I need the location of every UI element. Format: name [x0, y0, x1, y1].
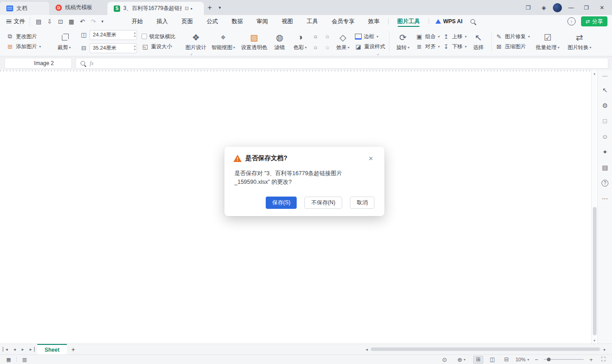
macro-record-icon[interactable]: ▦	[4, 356, 14, 364]
batch-process-button[interactable]: ☑ 批量处理▾	[534, 32, 562, 51]
size-group-launcher-icon[interactable]: ⌟	[190, 51, 192, 56]
menu-tools[interactable]: 工具	[300, 15, 325, 28]
cancel-button[interactable]: 取消	[350, 197, 374, 209]
move-up-button[interactable]: ↥ 上移 ▾	[443, 33, 467, 40]
more-tools-icon[interactable]: ⋯	[600, 193, 611, 204]
sheet-tab[interactable]: Sheet	[37, 344, 67, 354]
tab-list-dropdown[interactable]: ▾	[216, 0, 224, 15]
menu-page[interactable]: 页面	[175, 15, 200, 28]
lock-aspect-ratio-checkbox[interactable]: 锁定纵横比	[142, 33, 176, 40]
next-sheet-icon[interactable]: ▸	[19, 347, 26, 352]
save-icon[interactable]: ▤	[34, 17, 44, 26]
resources-icon[interactable]: ▤	[600, 162, 611, 173]
share-button[interactable]: ⇄ 分享	[581, 16, 607, 26]
eye-protect-icon[interactable]: ⊙	[440, 356, 450, 364]
brightness-down-icon[interactable]: ☼	[312, 44, 319, 51]
rotate-button[interactable]: ⟳ 旋转▾	[393, 32, 413, 51]
dont-save-button[interactable]: 不保存(N)	[304, 197, 342, 209]
picture-repair-button[interactable]: ✎ 图片修复 ▾	[496, 33, 530, 40]
height-spinner[interactable]: ▴ ▾	[134, 31, 136, 39]
normal-view-button[interactable]: ⊞	[473, 356, 483, 364]
print-preview-icon[interactable]: ▦	[66, 17, 76, 26]
help-icon[interactable]: ?	[600, 177, 611, 188]
zoom-out-button[interactable]: −	[533, 356, 540, 363]
add-sheet-button[interactable]: +	[67, 344, 80, 354]
ribbon-search-button[interactable]	[467, 15, 479, 28]
brightness-up-icon[interactable]: ☼	[312, 33, 319, 40]
prev-sheet-icon[interactable]: ◂	[11, 347, 18, 352]
formula-input[interactable]: fx	[76, 58, 608, 69]
scroll-down-icon[interactable]: ▾	[592, 337, 597, 344]
add-picture-button[interactable]: ⊞ 添加图片 ▾	[6, 43, 41, 50]
reset-size-button[interactable]: ◱ 重设大小	[142, 43, 176, 50]
crop-frame-icon[interactable]: ⊡	[600, 116, 611, 126]
align-button[interactable]: ≣ 对齐 ▾	[416, 43, 440, 50]
crop-button[interactable]: 裁剪▾	[53, 32, 76, 51]
vertical-scrollbar-thumb[interactable]	[593, 207, 597, 335]
menu-view[interactable]: 视图	[275, 15, 300, 28]
menu-efficiency[interactable]: 效率	[361, 15, 386, 28]
menu-member[interactable]: 会员专享	[325, 15, 361, 28]
last-sheet-icon[interactable]: ▸	[27, 347, 35, 352]
color-button[interactable]: ◑ 色彩▾	[290, 32, 310, 51]
hscroll-track[interactable]	[370, 347, 601, 351]
page-break-view-button[interactable]: ◫	[487, 356, 497, 364]
new-tab-button[interactable]: +	[204, 0, 216, 15]
picture-convert-button[interactable]: ⇄ 图片转换▾	[566, 32, 594, 51]
hscroll-right-icon[interactable]: ▸	[602, 347, 607, 352]
tab-template[interactable]: D 线稿壳模板	[49, 0, 107, 15]
tab-documents[interactable]: 文档	[0, 2, 49, 15]
redo-icon[interactable]: ↷	[88, 17, 98, 26]
restore-button[interactable]: ❒	[580, 2, 593, 13]
close-button[interactable]: ✕	[596, 2, 608, 13]
reading-mode-button[interactable]: ⊕ ▾	[454, 356, 469, 364]
export-icon[interactable]: ⇩	[45, 17, 55, 26]
fullscreen-icon[interactable]: ⛶	[598, 356, 608, 364]
undo-icon[interactable]: ↶	[77, 17, 87, 26]
effects-button[interactable]: ◇ 效果▾	[333, 32, 353, 51]
dialog-close-icon[interactable]: ✕	[366, 154, 375, 163]
object-properties-icon[interactable]: ⚙	[600, 100, 611, 111]
zoom-slider-handle[interactable]	[547, 358, 551, 361]
tab-current-file[interactable]: S 3、百利等16779条超链接图片 ⊡ ●	[107, 2, 204, 15]
user-avatar[interactable]	[553, 3, 562, 12]
group-button[interactable]: ▣ 组合 ▾	[416, 33, 440, 40]
selection-cursor-icon[interactable]: ↖	[600, 85, 611, 96]
contrast-down-icon[interactable]: ☼	[324, 44, 331, 51]
file-menu-button[interactable]: 文件	[5, 17, 30, 25]
integrations-icon[interactable]: ◈	[537, 2, 550, 13]
save-button[interactable]: 保存(S)	[266, 197, 297, 209]
menu-review[interactable]: 审阅	[250, 15, 275, 28]
picture-height-field[interactable]: ▴ ▾	[90, 30, 137, 40]
compress-picture-button[interactable]: ⊠ 压缩图片	[496, 43, 530, 50]
wps-ai-button[interactable]: WPS AI	[431, 18, 467, 25]
sidebar-collapse-icon[interactable]: —	[602, 73, 607, 78]
hscroll-thumb[interactable]	[371, 348, 600, 351]
name-box-input[interactable]	[9, 60, 79, 66]
page-layout-view-button[interactable]: ⊟	[501, 356, 511, 364]
minimize-button[interactable]: —	[565, 2, 577, 13]
menu-data[interactable]: 数据	[225, 15, 250, 28]
set-transparent-button[interactable]: ▨ 设置透明色	[239, 32, 269, 51]
window-layout-icon[interactable]: ❐	[522, 2, 535, 13]
menu-insert[interactable]: 插入	[150, 15, 175, 28]
change-picture-button[interactable]: ⧉ 更改图片	[6, 33, 41, 40]
qat-dropdown-icon[interactable]: ▾	[99, 17, 106, 26]
contrast-up-icon[interactable]: ☼	[324, 33, 331, 40]
menu-picture-tools[interactable]: 图片工具	[390, 15, 427, 28]
picture-width-input[interactable]	[93, 46, 125, 51]
zoom-slider[interactable]	[544, 359, 584, 360]
zoom-formula-icon[interactable]	[81, 61, 85, 66]
magic-tools-icon[interactable]: ✦	[600, 147, 611, 157]
name-box[interactable]: ▾	[5, 58, 72, 69]
first-sheet-icon[interactable]: ◂	[3, 347, 10, 352]
select-button[interactable]: ↖ 选择	[470, 32, 488, 51]
vertical-scrollbar[interactable]: ▴ ▾	[591, 70, 597, 344]
picture-width-field[interactable]: ▴ ▾	[90, 43, 137, 53]
menu-formula[interactable]: 公式	[200, 15, 225, 28]
filter-button[interactable]: ◍ 滤镜	[271, 32, 288, 51]
print-icon[interactable]: ⊡	[56, 17, 66, 26]
border-button[interactable]: 边框 ▾	[355, 33, 385, 40]
outline-view-icon[interactable]: ▥	[20, 356, 30, 364]
picture-design-button[interactable]: ❖ 图片设计	[185, 32, 207, 51]
